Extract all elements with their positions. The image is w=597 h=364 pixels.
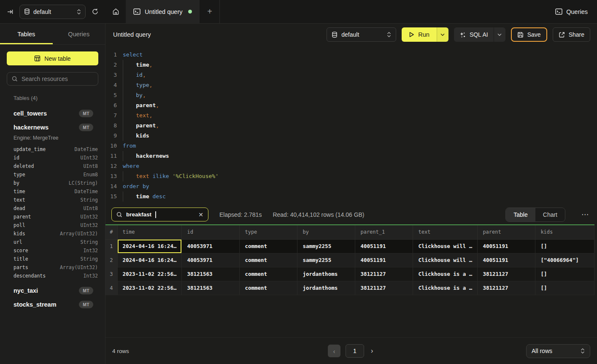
cell[interactable]: 2024-04-16 16:24… <box>117 253 182 267</box>
new-table-button[interactable]: New table <box>7 51 98 65</box>
results-more-options-button[interactable]: ⋯ <box>579 210 591 219</box>
column-header-time[interactable]: time <box>117 225 182 239</box>
plus-icon: + <box>207 7 212 16</box>
run-button[interactable]: Run <box>402 27 437 42</box>
column-header-by[interactable]: by <box>297 225 355 239</box>
results-search-input[interactable]: breakfast ✕ <box>111 208 208 221</box>
table-engine-label: Engine: MergeTree <box>0 134 105 143</box>
cell[interactable]: jordanthoms <box>297 267 355 281</box>
cell[interactable]: 38121563 <box>182 267 240 281</box>
cell[interactable]: 38121127 <box>478 281 535 295</box>
column-type: String <box>80 256 98 262</box>
cell[interactable]: 2023-11-02 22:56… <box>117 267 182 281</box>
sidebar-tab-queries[interactable]: Queries <box>53 24 105 44</box>
sidebar-search-input[interactable]: Search resources <box>7 72 98 86</box>
column-header-id[interactable]: id <box>182 225 240 239</box>
cell[interactable]: Clickhouse will … <box>413 239 478 253</box>
sql-editor[interactable]: 1select2 time,3 id,4 type,5 by,6 parent,… <box>105 46 597 205</box>
results-footer: 4 rows ‹ 1 › All rows <box>105 337 597 364</box>
code-line-6: 6 parent, <box>105 100 597 111</box>
collapse-sidebar-button[interactable] <box>7 8 14 15</box>
cell[interactable]: 40051191 <box>478 253 535 267</box>
cell[interactable]: comment <box>240 267 297 281</box>
column-row: idUInt32 <box>0 154 105 162</box>
refresh-button[interactable] <box>92 8 99 15</box>
cell[interactable]: [] <box>535 267 594 281</box>
column-header-num[interactable]: # <box>105 225 117 239</box>
row-number[interactable]: 4 <box>105 281 117 295</box>
code-text: parent, <box>123 100 159 111</box>
cell[interactable]: [] <box>535 281 594 295</box>
topbar-database-selector[interactable]: default <box>19 5 86 19</box>
line-number: 1 <box>105 50 123 60</box>
cell[interactable]: 38121127 <box>355 281 413 295</box>
cell[interactable]: ["40066964"] <box>535 253 594 267</box>
updown-chevron-icon <box>77 9 81 15</box>
sql-ai-button[interactable]: SQL AI <box>454 27 494 42</box>
sql-ai-options-button[interactable] <box>494 27 505 42</box>
cell[interactable]: 2023-11-02 22:56… <box>117 281 182 295</box>
cell[interactable]: 40051191 <box>355 239 413 253</box>
line-number: 6 <box>105 100 123 111</box>
column-header-parent[interactable]: parent <box>478 225 535 239</box>
save-button[interactable]: Save <box>511 27 547 42</box>
row-number[interactable]: 3 <box>105 267 117 281</box>
cell[interactable]: Clickhouse will … <box>413 253 478 267</box>
run-options-button[interactable] <box>437 27 448 42</box>
sidebar-table-stocks_stream[interactable]: stocks_streamMT <box>0 297 105 311</box>
new-tab-button[interactable]: + <box>200 0 220 23</box>
row-number[interactable]: 1 <box>105 239 117 253</box>
sql-ai-label: SQL AI <box>470 31 488 38</box>
column-header-type[interactable]: type <box>240 225 297 239</box>
column-header-parent_1[interactable]: parent_1 <box>355 225 413 239</box>
page-size-selector[interactable]: All rows <box>526 344 590 358</box>
next-page-button[interactable]: › <box>369 347 375 355</box>
cell[interactable]: 40051191 <box>355 253 413 267</box>
app-window: default Untitled query <box>0 0 597 364</box>
view-toggle-chart[interactable]: Chart <box>535 208 565 221</box>
queries-button[interactable]: Queries <box>555 8 588 15</box>
toolbar-actions: default Run <box>327 27 590 42</box>
cell[interactable]: Clickhouse is a … <box>413 267 478 281</box>
sidebar-tab-tables[interactable]: Tables <box>0 24 53 44</box>
page-number-input[interactable]: 1 <box>346 344 364 358</box>
view-toggle-table[interactable]: Table <box>506 208 535 221</box>
column-name: update_time <box>14 146 46 152</box>
column-name: dead <box>14 205 25 211</box>
chevron-right-icon: › <box>371 347 373 354</box>
column-header-text[interactable]: text <box>413 225 478 239</box>
cell[interactable]: 38121563 <box>182 281 240 295</box>
share-button[interactable]: Share <box>553 27 590 42</box>
cell[interactable]: jordanthoms <box>297 281 355 295</box>
run-button-label: Run <box>418 31 430 38</box>
cell[interactable]: Clickhouse is a … <box>413 281 478 295</box>
cell[interactable]: comment <box>240 253 297 267</box>
cell[interactable]: sammy2255 <box>297 239 355 253</box>
line-number: 7 <box>105 111 123 121</box>
cell[interactable]: 38121127 <box>355 267 413 281</box>
updown-chevron-icon <box>581 348 585 354</box>
toolbar-database-selector[interactable]: default <box>327 27 396 42</box>
column-row: urlString <box>0 238 105 246</box>
sidebar-table-cell_towers[interactable]: cell_towersMT <box>0 106 105 120</box>
cell[interactable]: 40053971 <box>182 239 240 253</box>
cell[interactable]: 2024-04-16 16:24… <box>117 239 182 253</box>
sidebar-table-hackernews[interactable]: hackernewsMT <box>0 120 105 134</box>
tab-home[interactable] <box>105 0 126 23</box>
cell[interactable]: comment <box>240 281 297 295</box>
cell[interactable]: [] <box>535 239 594 253</box>
previous-page-button[interactable]: ‹ <box>328 345 340 357</box>
cell[interactable]: comment <box>240 239 297 253</box>
cell[interactable]: 38121127 <box>478 267 535 281</box>
tab-untitled-query[interactable]: Untitled query <box>126 0 200 23</box>
clear-search-button[interactable]: ✕ <box>198 211 203 218</box>
column-header-kids[interactable]: kids <box>535 225 594 239</box>
sidebar-table-nyc_taxi[interactable]: nyc_taxiMT <box>0 283 105 297</box>
column-row: parentUInt32 <box>0 213 105 221</box>
row-number[interactable]: 2 <box>105 253 117 267</box>
cell[interactable]: 40053971 <box>182 253 240 267</box>
code-line-7: 7 text, <box>105 111 597 121</box>
cell[interactable]: sammy2255 <box>297 253 355 267</box>
search-icon <box>116 212 122 218</box>
cell[interactable]: 40051191 <box>478 239 535 253</box>
